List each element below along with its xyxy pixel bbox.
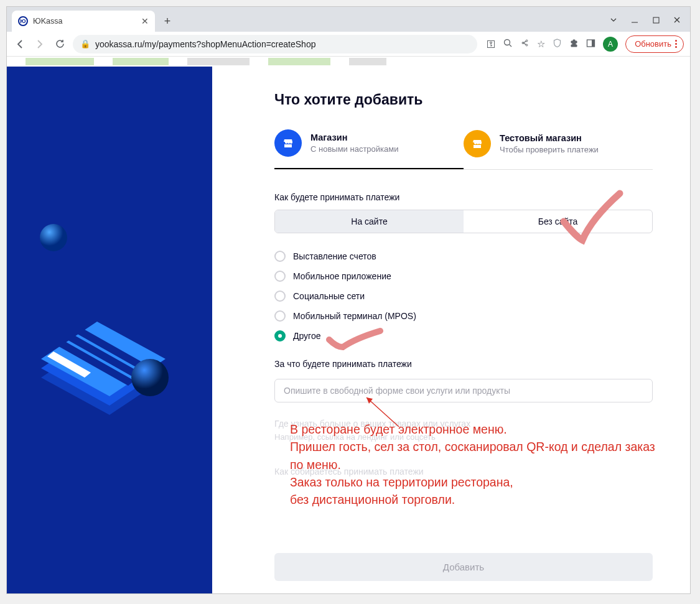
svg-point-2 [505, 39, 510, 45]
for-what-label: За что будете принимать платежи [274, 359, 653, 369]
browser-window: Ю ЮKassa ✕ + 🔒 yookassa.ru/my/payments?s… [6, 6, 691, 594]
submit-button[interactable]: Добавить [274, 553, 653, 581]
svg-point-17 [131, 359, 169, 396]
extensions-icon[interactable] [569, 39, 579, 50]
ghost-label-1: Где узнать больше о ваших товарах или ус… [274, 419, 653, 429]
svg-point-9 [40, 224, 67, 251]
radio-invoicing[interactable]: Выставление счетов [274, 251, 653, 262]
tab-test-shop[interactable]: Тестовый магазин Чтобы проверить платежи [464, 129, 653, 169]
tab-test-sub: Чтобы проверить платежи [500, 145, 599, 154]
minimize-button[interactable] [625, 11, 644, 29]
tab-shop-sub: С новыми настройками [310, 144, 398, 154]
radio-other[interactable]: Другое [274, 330, 653, 341]
description-placeholder: Опишите в свободной форме свои услуги ил… [284, 386, 510, 396]
ghost-label-2: Например, ссылка на лендинг или соцсеть [274, 432, 653, 442]
description-input[interactable]: Опишите в свободной форме свои услуги ил… [274, 379, 653, 402]
how-accept-label: Как будете принимать платежи [274, 192, 653, 202]
tab-title: ЮKassa [33, 17, 62, 26]
lock-icon: 🔒 [80, 39, 90, 49]
site-toggle: На сайте Без сайта [274, 210, 653, 233]
radio-social[interactable]: Социальные сети [274, 290, 653, 302]
main-panel: Что хотите добавить Магазин С новыми нас… [212, 67, 690, 593]
shield-icon[interactable] [553, 39, 562, 50]
kebab-icon [675, 40, 677, 48]
browser-tab[interactable]: Ю ЮKassa ✕ [12, 11, 155, 32]
blurred-bookmarks [7, 57, 690, 67]
tab-close-icon[interactable]: ✕ [141, 16, 149, 26]
favicon: Ю [18, 16, 28, 26]
svg-line-3 [510, 44, 512, 47]
maximize-button[interactable] [646, 11, 665, 29]
svg-rect-1 [653, 17, 659, 23]
toggle-no-site[interactable]: Без сайта [464, 210, 652, 233]
update-button[interactable]: Обновить [625, 35, 684, 53]
chevron-down-icon[interactable] [604, 11, 623, 29]
sidepanel-icon[interactable] [586, 39, 595, 50]
key-icon[interactable]: ⚿ [487, 39, 496, 49]
page-heading: Что хотите добавить [274, 91, 653, 108]
url-text: yookassa.ru/my/payments?shopMenuAction=c… [95, 39, 315, 49]
svg-rect-8 [592, 40, 595, 47]
url-bar: 🔒 yookassa.ru/my/payments?shopMenuAction… [7, 32, 690, 57]
test-shop-icon [464, 130, 491, 157]
reload-button[interactable] [53, 37, 67, 51]
address-bar[interactable]: 🔒 yookassa.ru/my/payments?shopMenuAction… [73, 35, 477, 53]
zoom-icon[interactable] [503, 39, 513, 50]
tab-shop-title: Магазин [310, 132, 398, 142]
toggle-on-site[interactable]: На сайте [275, 210, 464, 233]
back-button[interactable] [13, 37, 27, 51]
tab-test-title: Тестовый магазин [500, 133, 599, 143]
svg-point-6 [526, 44, 528, 46]
ghost-label-3: Как собираетесь принимать платежи [274, 467, 653, 476]
share-icon[interactable] [520, 39, 530, 50]
window-controls [604, 11, 690, 32]
close-button[interactable] [668, 11, 686, 29]
radio-mobile-app[interactable]: Мобильное приложение [274, 271, 653, 282]
svg-point-4 [526, 40, 528, 42]
tab-shop[interactable]: Магазин С новыми настройками [274, 129, 464, 169]
titlebar: Ю ЮKassa ✕ + [7, 7, 690, 32]
profile-avatar[interactable]: A [603, 37, 618, 52]
shop-type-tabs: Магазин С новыми настройками Тестовый ма… [274, 129, 653, 170]
sidebar-illustration [7, 67, 212, 593]
page-content: Что хотите добавить Магазин С новыми нас… [7, 67, 690, 593]
shop-icon [274, 129, 302, 157]
new-tab-button[interactable]: + [159, 12, 176, 30]
star-icon[interactable]: ☆ [537, 39, 545, 50]
payment-method-radios: Выставление счетов Мобильное приложение … [274, 251, 653, 341]
radio-mpos[interactable]: Мобильный терминал (MPOS) [274, 310, 653, 322]
forward-button[interactable] [33, 37, 47, 51]
